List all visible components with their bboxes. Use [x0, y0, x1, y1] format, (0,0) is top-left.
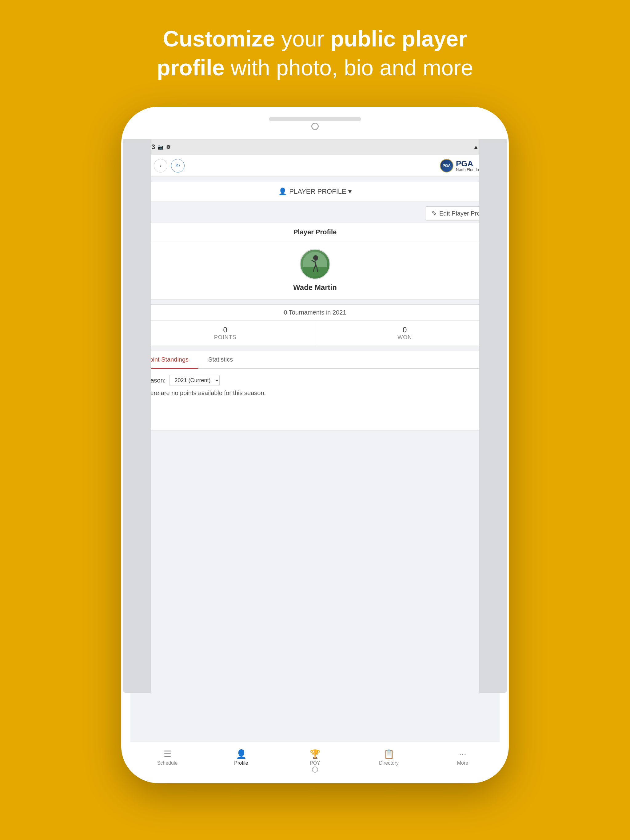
profile-card: Player Profile [135, 223, 495, 300]
poy-label: POY [310, 760, 320, 766]
nav-item-poy[interactable]: 🏆 POY [278, 747, 352, 768]
tab-content: Season: 2021 (Current) There are no poin… [136, 369, 494, 430]
no-points-text: There are no points available for this s… [143, 390, 487, 396]
schedule-label: Schedule [157, 760, 178, 766]
side-panel-left [123, 139, 151, 693]
edit-profile-wrapper: ✎ Edit Player Profile [135, 206, 495, 223]
home-button-dot[interactable] [312, 766, 318, 773]
content-area: 👤 PLAYER PROFILE ▾ ✎ Edit Player Profile… [130, 177, 500, 742]
device-frame: 11:23 📷 ⚙ ▲ ▲ ▮ ‹ › ↻ P [121, 107, 509, 783]
tournaments-text: 0 Tournaments in 2021 [136, 305, 494, 321]
won-label: WON [320, 334, 490, 341]
player-profile-dropdown[interactable]: 👤 PLAYER PROFILE ▾ [135, 182, 495, 201]
svg-point-2 [313, 255, 318, 261]
refresh-button[interactable]: ↻ [171, 159, 185, 172]
tab-statistics[interactable]: Statistics [198, 351, 243, 368]
profile-card-title: Player Profile [136, 223, 494, 242]
directory-icon: 📋 [384, 749, 394, 759]
refresh-icon: ↻ [176, 163, 180, 169]
header-line2-bold: profile [157, 55, 225, 80]
device-screen: 11:23 📷 ⚙ ▲ ▲ ▮ ‹ › ↻ P [130, 139, 500, 773]
won-value: 0 [320, 325, 490, 334]
more-icon: ··· [459, 749, 466, 759]
schedule-icon: ☰ [164, 749, 171, 759]
nav-item-schedule[interactable]: ☰ Schedule [130, 747, 204, 768]
svg-rect-1 [303, 267, 327, 276]
side-panel-right [479, 139, 507, 693]
profile-card-body: Wade Martin [136, 242, 494, 299]
settings-icon: ⚙ [166, 144, 171, 150]
header-line2-normal: with photo, bio and more [225, 55, 473, 80]
edit-icon: ✎ [432, 210, 437, 217]
profile-nav-icon: 👤 [236, 749, 247, 759]
header-line1-bold: Customize [163, 27, 275, 51]
tabs-header: Point Standings Statistics [136, 351, 494, 369]
content-inner: 👤 PLAYER PROFILE ▾ ✎ Edit Player Profile… [130, 177, 500, 742]
nav-item-more[interactable]: ··· More [426, 747, 500, 768]
poy-icon: 🏆 [310, 749, 321, 759]
browser-toolbar: ‹ › ↻ PGA PGA North Florida Section [130, 155, 500, 177]
stats-row: 0 POINTS 0 WON [136, 321, 494, 346]
forward-button[interactable]: › [154, 159, 167, 172]
golfer-svg [303, 252, 327, 276]
person-icon: 👤 [279, 188, 287, 196]
header-text: Customize your public player profile wit… [157, 25, 473, 82]
status-bar: 11:23 📷 ⚙ ▲ ▲ ▮ [130, 139, 500, 155]
header-line1-normal: your [275, 27, 330, 51]
directory-label: Directory [379, 760, 399, 766]
points-stat: 0 POINTS [136, 321, 315, 346]
nav-item-directory[interactable]: 📋 Directory [352, 747, 426, 768]
player-name: Wade Martin [293, 283, 337, 292]
points-value: 0 [141, 325, 310, 334]
forward-icon: › [160, 163, 161, 169]
device-camera [311, 123, 319, 130]
avatar [300, 249, 330, 279]
camera-icon: 📷 [157, 144, 164, 150]
season-row: Season: 2021 (Current) [143, 375, 487, 386]
header-line1-bold2: public player [330, 27, 467, 51]
stats-card: 0 Tournaments in 2021 0 POINTS 0 WON [135, 305, 495, 346]
signal-icon: ▲ [473, 144, 479, 150]
season-select[interactable]: 2021 (Current) [169, 375, 220, 386]
nav-item-profile[interactable]: 👤 Profile [204, 747, 278, 768]
won-stat: 0 WON [315, 321, 495, 346]
tabs-container: Point Standings Statistics Season: 2021 … [135, 351, 495, 431]
profile-nav-label: Profile [234, 760, 248, 766]
player-profile-label: PLAYER PROFILE ▾ [289, 188, 351, 196]
statistics-label: Statistics [208, 356, 233, 363]
more-label: More [457, 760, 468, 766]
point-standings-label: Point Standings [146, 356, 188, 363]
points-label: POINTS [141, 334, 310, 341]
pga-badge: PGA [440, 159, 453, 172]
device-top-bar [269, 117, 361, 121]
